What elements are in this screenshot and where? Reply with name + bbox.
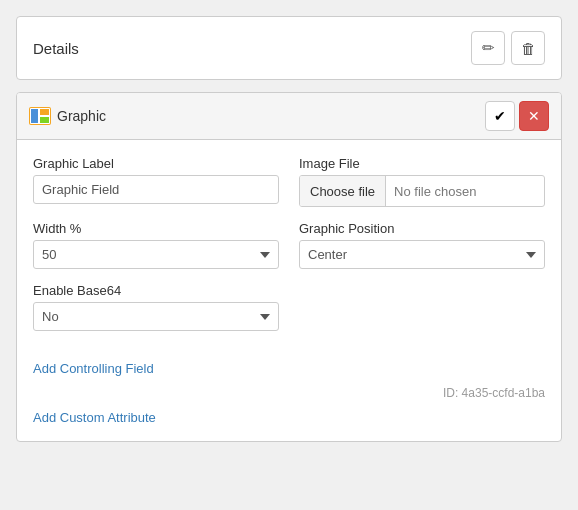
main-container: Details ✏ 🗑 Graphic [16, 16, 562, 442]
add-controlling-field-button[interactable]: Add Controlling Field [33, 361, 545, 376]
enable-base64-group: Enable Base64 No Yes [33, 283, 279, 331]
choose-file-button[interactable]: Choose file [300, 176, 386, 206]
width-label: Width % [33, 221, 279, 236]
edit-button[interactable]: ✏ [471, 31, 505, 65]
delete-button[interactable]: 🗑 [511, 31, 545, 65]
id-text: ID: 4a35-ccfd-a1ba [443, 386, 545, 400]
graphic-header-left: Graphic [29, 107, 106, 125]
image-file-label: Image File [299, 156, 545, 171]
graphic-position-group: Graphic Position Center Left Right [299, 221, 545, 269]
details-title: Details [33, 40, 79, 57]
graphic-type-icon [29, 107, 51, 125]
edit-icon: ✏ [482, 39, 495, 57]
graphic-header-actions: ✔ ✕ [485, 101, 549, 131]
graphic-label-label: Graphic Label [33, 156, 279, 171]
image-file-group: Image File Choose file No file chosen [299, 156, 545, 207]
enable-base64-select[interactable]: No Yes [33, 302, 279, 331]
choose-file-label: Choose file [310, 184, 375, 199]
graphic-panel-title: Graphic [57, 108, 106, 124]
svg-rect-3 [40, 109, 49, 115]
width-group: Width % 50 25 75 100 [33, 221, 279, 269]
graphic-label-input[interactable] [33, 175, 279, 204]
width-select[interactable]: 50 25 75 100 [33, 240, 279, 269]
graphic-position-select[interactable]: Center Left Right [299, 240, 545, 269]
confirm-button[interactable]: ✔ [485, 101, 515, 131]
file-name-text: No file chosen [386, 180, 544, 203]
graphic-panel: Graphic ✔ ✕ Graphic Label Image Fi [16, 92, 562, 442]
graphic-position-label: Graphic Position [299, 221, 545, 236]
close-button[interactable]: ✕ [519, 101, 549, 131]
form-row-2: Width % 50 25 75 100 Graphic Position Ce… [33, 221, 545, 269]
details-actions: ✏ 🗑 [471, 31, 545, 65]
svg-rect-4 [40, 117, 49, 123]
close-icon: ✕ [528, 108, 540, 124]
graphic-label-group: Graphic Label [33, 156, 279, 207]
graphic-panel-header: Graphic ✔ ✕ [17, 93, 561, 140]
check-icon: ✔ [494, 108, 506, 124]
form-row-3: Enable Base64 No Yes [33, 283, 545, 331]
delete-icon: 🗑 [521, 40, 536, 57]
add-controlling-field-label: Add Controlling Field [33, 361, 154, 376]
actions-section: Add Controlling Field ID: 4a35-ccfd-a1ba… [17, 361, 561, 441]
add-custom-attribute-label: Add Custom Attribute [33, 410, 156, 425]
details-panel: Details ✏ 🗑 [16, 16, 562, 80]
svg-rect-2 [31, 109, 38, 123]
form-row-1: Graphic Label Image File Choose file No … [33, 156, 545, 207]
file-input-group: Choose file No file chosen [299, 175, 545, 207]
enable-base64-label: Enable Base64 [33, 283, 279, 298]
graphic-panel-body: Graphic Label Image File Choose file No … [17, 140, 561, 361]
add-custom-attribute-button[interactable]: Add Custom Attribute [33, 410, 545, 425]
